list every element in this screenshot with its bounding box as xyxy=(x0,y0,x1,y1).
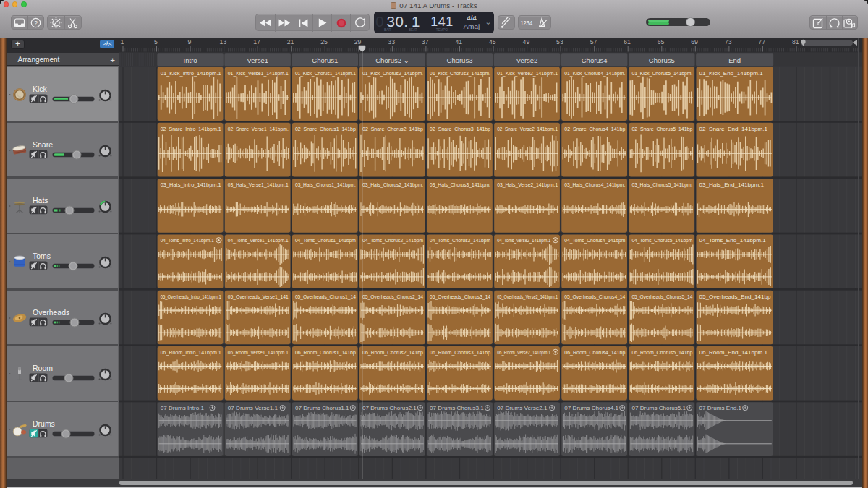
svg-text:Verse2: Verse2 xyxy=(516,56,538,64)
svg-text:End: End xyxy=(728,56,741,64)
svg-text:61: 61 xyxy=(624,38,631,46)
svg-text:04_Toms_Chorus5_141bpm: 04_Toms_Chorus5_141bpm xyxy=(631,237,692,244)
svg-text:53: 53 xyxy=(556,38,563,46)
svg-text:33: 33 xyxy=(388,38,395,46)
svg-text:Kick: Kick xyxy=(33,85,48,93)
svg-text:05_Overheads_Chorus2_14: 05_Overheads_Chorus2_14 xyxy=(362,294,423,300)
svg-text:04_Toms_Chorus1_141bpm: 04_Toms_Chorus1_141bpm xyxy=(295,237,356,244)
svg-text:03_Hats_Verse1_141bpm.1: 03_Hats_Verse1_141bpm.1 xyxy=(228,181,289,188)
svg-text:Hats: Hats xyxy=(33,197,48,205)
svg-text:37: 37 xyxy=(422,38,429,46)
svg-text:Drums: Drums xyxy=(33,420,55,428)
svg-text:Chorus5: Chorus5 xyxy=(649,56,675,64)
svg-text:02_Snare_Chorus3_141bp: 02_Snare_Chorus3_141bp xyxy=(430,126,490,132)
svg-text:06_Room_Verse1_141bpm.1: 06_Room_Verse1_141bpm.1 xyxy=(228,349,289,356)
svg-text:13: 13 xyxy=(220,38,227,46)
svg-text:03_Hats_Intro_141bpm.1: 03_Hats_Intro_141bpm.1 xyxy=(161,181,221,188)
svg-text:07 Drums Chorus2.1: 07 Drums Chorus2.1 xyxy=(362,405,417,411)
svg-text:29: 29 xyxy=(354,38,362,46)
svg-text:04_Toms_Intro_141bpm.1: 04_Toms_Intro_141bpm.1 xyxy=(161,237,214,244)
svg-text:06_Room_Chorus4_141bp: 06_Room_Chorus4_141bp xyxy=(564,349,625,356)
svg-text:06_Room_Chorus5_141bp: 06_Room_Chorus5_141bp xyxy=(631,349,692,356)
svg-text:02_Snare_Chorus4_141bp: 02_Snare_Chorus4_141bp xyxy=(564,126,625,132)
svg-text:07 Drums Verse1.1: 07 Drums Verse1.1 xyxy=(228,405,278,411)
svg-text:81: 81 xyxy=(792,38,799,46)
svg-text:Chorus2 ⌄: Chorus2 ⌄ xyxy=(375,56,409,64)
svg-text:02_Snare_Verse2_141bpm.1: 02_Snare_Verse2_141bpm.1 xyxy=(497,126,558,132)
svg-text:Chorus4: Chorus4 xyxy=(582,56,608,64)
svg-text:07 Drums Chorus3.1: 07 Drums Chorus3.1 xyxy=(430,405,484,411)
svg-text:17: 17 xyxy=(253,38,260,46)
svg-text:02_Snare_Chorus2_141bp: 02_Snare_Chorus2_141bp xyxy=(362,126,423,132)
svg-text:03_Hats_Chorus4_141bpm.: 03_Hats_Chorus4_141bpm. xyxy=(564,181,625,188)
svg-text:73: 73 xyxy=(725,38,732,46)
svg-text:04_Toms_Chorus3_141bpm: 04_Toms_Chorus3_141bpm xyxy=(430,237,490,244)
svg-text:01_Kick_Chorus4_141bpm.: 01_Kick_Chorus4_141bpm. xyxy=(564,70,625,77)
svg-text:21: 21 xyxy=(287,38,294,46)
svg-text:06_Room_End_141bpm.1: 06_Room_End_141bpm.1 xyxy=(699,349,768,356)
svg-text:07 Drums Intro.1: 07 Drums Intro.1 xyxy=(161,405,205,411)
svg-text:65: 65 xyxy=(658,38,665,46)
svg-text:69: 69 xyxy=(691,38,698,46)
svg-text:1: 1 xyxy=(120,38,124,46)
svg-text:05_Overheads_Intro_141bpm.1: 05_Overheads_Intro_141bpm.1 xyxy=(161,294,221,300)
svg-text:06_Room_Chorus3_141bp: 06_Room_Chorus3_141bp xyxy=(430,349,490,356)
svg-text:Chorus3: Chorus3 xyxy=(447,56,473,64)
svg-text:01_Kick_Chorus1_141bpm.1: 01_Kick_Chorus1_141bpm.1 xyxy=(295,70,356,77)
svg-text:02_Snare_Chorus5_141bp: 02_Snare_Chorus5_141bp xyxy=(631,126,692,132)
svg-text:Verse1: Verse1 xyxy=(247,56,268,64)
svg-text:01_Kick_Chorus5_141bpm.: 01_Kick_Chorus5_141bpm. xyxy=(631,70,692,77)
svg-text:49: 49 xyxy=(523,38,530,46)
svg-text:77: 77 xyxy=(758,38,765,46)
svg-text:Snare: Snare xyxy=(33,141,53,149)
svg-text:01_Kick_Verse1_141bpm.1: 01_Kick_Verse1_141bpm.1 xyxy=(228,70,289,77)
svg-text:01_Kick_Chorus2_141bpm.: 01_Kick_Chorus2_141bpm. xyxy=(362,70,423,77)
svg-text:01_Kick_End_141bpm.1: 01_Kick_End_141bpm.1 xyxy=(699,70,764,77)
svg-text:Toms: Toms xyxy=(33,252,51,260)
svg-text:02_Snare_End_141bpm.1: 02_Snare_End_141bpm.1 xyxy=(699,126,768,132)
svg-text:Chorus1: Chorus1 xyxy=(312,56,338,64)
svg-text:05_Overheads_Verse1_141: 05_Overheads_Verse1_141 xyxy=(228,294,289,300)
svg-text:05_Overheads_Chorus3_14: 05_Overheads_Chorus3_14 xyxy=(430,294,490,300)
svg-text:05_Overheads_Chorus1_14: 05_Overheads_Chorus1_14 xyxy=(295,294,356,300)
svg-text:05_Overheads_Chorus4_14: 05_Overheads_Chorus4_14 xyxy=(564,294,625,300)
svg-text:07 Drums Chorus4.1: 07 Drums Chorus4.1 xyxy=(564,405,618,411)
svg-text:05_Overheads_Chorus5_14: 05_Overheads_Chorus5_14 xyxy=(631,294,692,300)
svg-text:03_Hats_Chorus2_141bpm.: 03_Hats_Chorus2_141bpm. xyxy=(362,181,423,188)
svg-text:06_Room_Verse2_141bpm.1: 06_Room_Verse2_141bpm.1 xyxy=(497,349,550,356)
svg-text:04_Toms_Verse2_141bpm.1: 04_Toms_Verse2_141bpm.1 xyxy=(497,237,550,244)
svg-text:02_Snare_Chorus1_141bp: 02_Snare_Chorus1_141bp xyxy=(295,126,356,132)
svg-text:Overheads: Overheads xyxy=(33,309,69,317)
svg-text:01_Kick_Intro_141bpm.1: 01_Kick_Intro_141bpm.1 xyxy=(161,70,221,77)
svg-text:05_Overheads_Verse2_141bpm.1: 05_Overheads_Verse2_141bpm.1 xyxy=(497,294,558,300)
svg-text:02_Snare_Verse1_141bpm.: 02_Snare_Verse1_141bpm. xyxy=(228,126,289,132)
svg-text:41: 41 xyxy=(455,38,462,46)
svg-text:1234: 1234 xyxy=(520,20,532,26)
svg-text:04_Toms_Verse1_141bpm.1: 04_Toms_Verse1_141bpm.1 xyxy=(228,237,289,244)
svg-text:57: 57 xyxy=(590,38,597,46)
svg-text:05_Overheads_End_141bp: 05_Overheads_End_141bp xyxy=(699,294,772,300)
svg-text:45: 45 xyxy=(489,38,496,46)
svg-text:02_Snare_Intro_141bpm.1: 02_Snare_Intro_141bpm.1 xyxy=(161,126,221,132)
svg-text:07 Drums Verse2.1: 07 Drums Verse2.1 xyxy=(497,405,548,411)
svg-text:9: 9 xyxy=(187,38,191,46)
svg-text:06_Room_Chorus2_141bp: 06_Room_Chorus2_141bp xyxy=(362,349,423,356)
svg-text:25: 25 xyxy=(320,38,328,46)
svg-text:Intro: Intro xyxy=(184,56,197,64)
svg-text:07 Drums Chorus5.1: 07 Drums Chorus5.1 xyxy=(631,405,686,411)
svg-text:04_Toms_Chorus4_141bpm: 04_Toms_Chorus4_141bpm xyxy=(564,237,625,244)
svg-text:Room: Room xyxy=(33,364,53,372)
svg-text:04_Toms_Chorus2_141bpm: 04_Toms_Chorus2_141bpm xyxy=(362,237,423,244)
svg-text:03_Hats_End_141bpm.1: 03_Hats_End_141bpm.1 xyxy=(699,181,765,188)
svg-text:07 Drums Chorus1.1: 07 Drums Chorus1.1 xyxy=(295,405,349,411)
svg-text:01_Kick_Verse2_141bpm.1: 01_Kick_Verse2_141bpm.1 xyxy=(497,70,558,77)
svg-text:?: ? xyxy=(34,20,38,27)
svg-text:06_Room_Intro_141bpm.1: 06_Room_Intro_141bpm.1 xyxy=(161,349,221,356)
svg-text:03_Hats_Chorus5_141bpm.: 03_Hats_Chorus5_141bpm. xyxy=(631,181,692,188)
svg-text:07 Drums End.1: 07 Drums End.1 xyxy=(699,405,742,411)
svg-text:03_Hats_Chorus1_141bpm.: 03_Hats_Chorus1_141bpm. xyxy=(295,181,356,188)
svg-text:06_Room_Chorus1_141bp: 06_Room_Chorus1_141bp xyxy=(295,349,356,356)
svg-text:01_Kick_Chorus3_141bpm.: 01_Kick_Chorus3_141bpm. xyxy=(430,70,490,77)
svg-text:03_Hats_Verse2_141bpm.1: 03_Hats_Verse2_141bpm.1 xyxy=(497,181,558,188)
svg-text:5: 5 xyxy=(154,38,158,46)
